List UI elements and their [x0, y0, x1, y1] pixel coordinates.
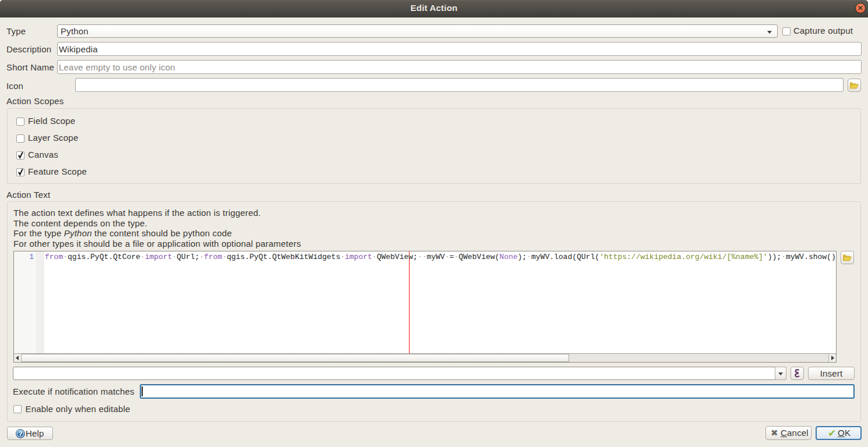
svg-text:?: ?	[18, 430, 22, 437]
